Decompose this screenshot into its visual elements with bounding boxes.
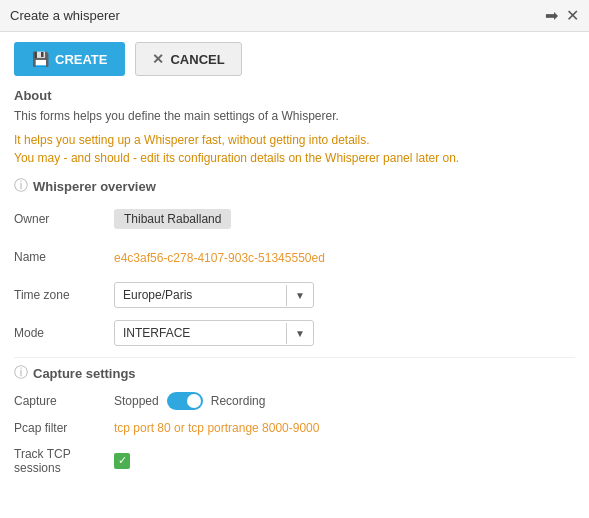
save-icon: 💾 (32, 51, 49, 67)
timezone-label: Time zone (14, 288, 114, 302)
name-link[interactable]: e4c3af56-c278-4107-903c-51345550ed (114, 251, 325, 265)
title-bar: Create a whisperer ➡ ✕ (0, 0, 589, 32)
about-line2: It helps you setting up a Whisperer fast… (14, 131, 575, 167)
track-tcp-checkbox[interactable]: ✓ (114, 453, 130, 469)
capture-value-wrapper: Stopped Recording (114, 392, 265, 410)
title-text: Create a whisperer (10, 8, 120, 23)
mode-select-text: INTERFACE (115, 321, 286, 345)
name-row: Name e4c3af56-c278-4107-903c-51345550ed (14, 243, 575, 271)
timezone-select[interactable]: Europe/Paris ▼ (114, 282, 314, 308)
mode-label: Mode (14, 326, 114, 340)
capture-settings-title: Capture settings (33, 366, 136, 381)
pcap-value: tcp port 80 or tcp portrange 8000-9000 (114, 420, 319, 437)
cancel-button[interactable]: ✕ CANCEL (135, 42, 241, 76)
pin-icon[interactable]: ➡ (545, 6, 558, 25)
cancel-label: CANCEL (170, 52, 224, 67)
pcap-label: Pcap filter (14, 421, 114, 435)
mode-row: Mode INTERFACE ▼ (14, 319, 575, 347)
create-button[interactable]: 💾 CREATE (14, 42, 125, 76)
name-value-wrapper: e4c3af56-c278-4107-903c-51345550ed (114, 250, 575, 265)
capture-label: Capture (14, 394, 114, 408)
owner-value-wrapper: Thibaut Raballand (114, 209, 575, 229)
timezone-row: Time zone Europe/Paris ▼ ← (14, 281, 575, 309)
section-divider (14, 357, 575, 358)
close-icon[interactable]: ✕ (566, 6, 579, 25)
track-tcp-checkbox-wrapper: ✓ (114, 453, 130, 469)
mode-dropdown-arrow[interactable]: ▼ (286, 323, 313, 344)
capture-settings-header: ⓘ Capture settings (14, 364, 575, 382)
x-icon: ✕ (152, 51, 164, 67)
capture-row: Capture Stopped Recording (14, 392, 575, 410)
info-icon: ⓘ (14, 177, 28, 195)
timezone-value-wrapper: Europe/Paris ▼ ← (114, 282, 575, 308)
about-label: About (14, 88, 575, 103)
capture-toggle[interactable] (167, 392, 203, 410)
capture-info-icon: ⓘ (14, 364, 28, 382)
track-tcp-row: Track TCP sessions ✓ (14, 447, 575, 475)
whisperer-overview-header: ⓘ Whisperer overview (14, 177, 575, 195)
timezone-select-text: Europe/Paris (115, 283, 286, 307)
owner-row: Owner Thibaut Raballand (14, 205, 575, 233)
mode-value-wrapper: INTERFACE ▼ (114, 320, 575, 346)
mode-select[interactable]: INTERFACE ▼ (114, 320, 314, 346)
recording-text: Recording (211, 394, 266, 408)
pcap-row: Pcap filter tcp port 80 or tcp portrange… (14, 420, 575, 437)
whisperer-overview-title: Whisperer overview (33, 179, 156, 194)
stopped-text: Stopped (114, 394, 159, 408)
owner-badge: Thibaut Raballand (114, 209, 231, 229)
about-section: About This forms helps you define the ma… (14, 88, 575, 167)
timezone-dropdown-arrow[interactable]: ▼ (286, 285, 313, 306)
about-line1: This forms helps you define the main set… (14, 107, 575, 125)
owner-label: Owner (14, 212, 114, 226)
track-tcp-label: Track TCP sessions (14, 447, 114, 475)
name-label: Name (14, 250, 114, 264)
create-label: CREATE (55, 52, 107, 67)
toggle-knob (187, 394, 201, 408)
